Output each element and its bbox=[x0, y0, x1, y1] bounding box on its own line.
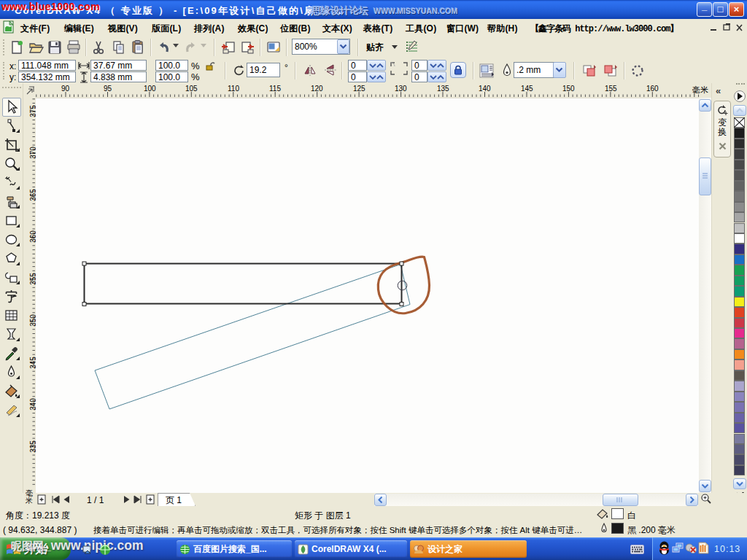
svg-text:1 / 1: 1 / 1 bbox=[87, 495, 104, 505]
